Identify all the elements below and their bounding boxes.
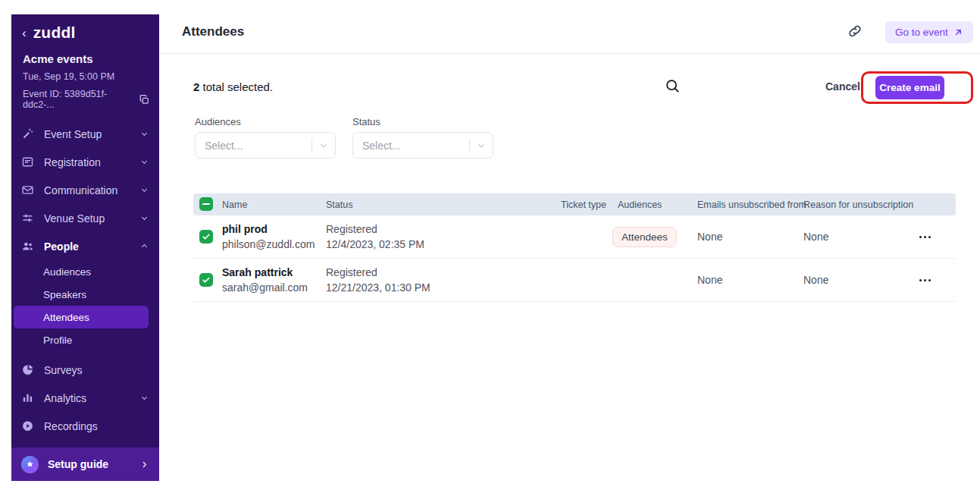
sidebar-item-label: Recordings (44, 420, 149, 432)
sidebar-item-label: Registration (44, 156, 140, 168)
header-divider (160, 53, 980, 54)
back-chevron-icon[interactable]: ‹ (22, 26, 27, 39)
attendee-email: philson@zuddl.com (222, 238, 315, 250)
sidebar-item-recordings[interactable]: Recordings (11, 412, 159, 440)
page-title: Attendees (182, 24, 244, 39)
column-header-reason: Reason for unsubscription (803, 193, 913, 215)
chevron-down-icon (140, 214, 149, 222)
sidebar-item-label: Surveys (44, 364, 149, 376)
event-datetime: Tue, Sep 19, 5:00 PM (23, 71, 150, 82)
event-info: Acme events Tue, Sep 19, 5:00 PM Event I… (23, 52, 150, 110)
indeterminate-icon (202, 203, 210, 205)
select-all-checkbox[interactable] (199, 197, 213, 211)
audiences-filter-placeholder: Select... (196, 140, 312, 152)
pie-chart-icon (21, 363, 34, 376)
sidebar-item-communication[interactable]: Communication (11, 176, 159, 204)
column-header-audiences: Audiences (618, 193, 662, 215)
column-header-status: Status (326, 193, 352, 215)
logo-row: ‹ zuddl (22, 24, 76, 42)
sidebar-nav: Event Setup Registration Communication V… (11, 120, 159, 440)
sidebar-item-surveys[interactable]: Surveys (11, 356, 159, 384)
table-row: phil prod philson@zuddl.com Registered 1… (193, 215, 956, 259)
sidebar-item-attendees[interactable]: Attendees (14, 306, 149, 328)
status-filter-placeholder: Select... (353, 140, 469, 152)
sliders-icon (21, 212, 34, 225)
sidebar-item-registration[interactable]: Registration (11, 148, 159, 176)
chevron-down-icon (140, 130, 149, 138)
table-row: Sarah pattrick sarah@gmail.com Registere… (193, 259, 956, 302)
attendee-status-date: 12/21/2023, 01:30 PM (326, 281, 431, 294)
column-header-ticket-type: Ticket type (561, 193, 606, 215)
external-arrow-icon (953, 27, 963, 37)
sidebar-item-label: Event Setup (44, 128, 140, 140)
star-icon (21, 456, 39, 473)
cancel-button[interactable]: Cancel (825, 80, 860, 93)
chevron-down-icon (470, 141, 493, 150)
check-icon (202, 232, 211, 241)
audience-chip[interactable]: Attendees (612, 227, 677, 247)
link-icon[interactable] (847, 24, 863, 39)
column-header-emails-unsubscribed: Emails unsubscribed from (697, 193, 806, 215)
form-icon (21, 156, 34, 168)
create-email-button[interactable]: Create email (875, 76, 944, 99)
audiences-filter-select[interactable]: Select... (195, 132, 336, 159)
event-id: Event ID: 5389d51f-ddc2-... (23, 89, 132, 110)
sidebar-item-venue-setup[interactable]: Venue Setup (11, 204, 159, 232)
sidebar-item-label: Venue Setup (44, 212, 140, 225)
row-menu-icon[interactable] (918, 234, 932, 240)
event-name: Acme events (23, 52, 150, 65)
people-icon (21, 240, 34, 253)
go-to-event-button[interactable]: Go to event (885, 21, 973, 43)
play-circle-icon (21, 419, 34, 432)
reason-value: None (803, 274, 828, 286)
zuddl-logo: zuddl (33, 24, 76, 42)
sidebar-item-people[interactable]: People (11, 232, 159, 260)
status-filter-label: Status (352, 116, 380, 127)
chevron-right-icon (140, 460, 149, 469)
chevron-down-icon (140, 158, 149, 166)
attendee-email: sarah@gmail.com (222, 281, 308, 294)
attendee-name: phil prod (222, 223, 268, 235)
emails-unsubscribed-value: None (697, 274, 722, 286)
sidebar-item-label: People (44, 240, 140, 253)
attendee-status-date: 12/4/2023, 02:35 PM (326, 238, 424, 250)
check-icon (202, 275, 211, 284)
sidebar-item-audiences[interactable]: Audiences (11, 260, 159, 283)
row-checkbox[interactable] (199, 230, 213, 244)
mail-icon (21, 184, 34, 196)
attendee-status: Registered (326, 266, 377, 278)
sidebar-item-profile[interactable]: Profile (11, 328, 159, 351)
chevron-down-icon (140, 186, 149, 194)
chevron-up-icon (140, 242, 149, 250)
attendees-table: Name Status Ticket type Audiences Emails… (193, 193, 956, 302)
attendee-name: Sarah pattrick (222, 266, 293, 278)
table-header: Name Status Ticket type Audiences Emails… (193, 193, 956, 215)
emails-unsubscribed-value: None (697, 231, 722, 243)
selection-summary: 2 total selected. (193, 80, 273, 93)
column-header-name: Name (222, 193, 247, 215)
setup-guide-label: Setup guide (48, 458, 140, 470)
reason-value: None (803, 231, 828, 243)
sidebar-item-event-setup[interactable]: Event Setup (11, 120, 159, 148)
chevron-down-icon (312, 141, 335, 150)
row-menu-icon[interactable] (918, 278, 932, 283)
audiences-filter-label: Audiences (195, 116, 241, 127)
sidebar-item-label: Communication (44, 184, 140, 196)
status-filter-select[interactable]: Select... (352, 132, 493, 159)
sidebar: ‹ zuddl Acme events Tue, Sep 19, 5:00 PM… (11, 14, 159, 481)
row-checkbox[interactable] (199, 273, 213, 287)
search-icon[interactable] (664, 77, 681, 94)
chevron-down-icon (140, 394, 149, 402)
sidebar-item-speakers[interactable]: Speakers (11, 283, 159, 306)
setup-guide-button[interactable]: Setup guide (11, 448, 159, 481)
bar-chart-icon (21, 391, 34, 404)
selected-label: total selected. (199, 80, 273, 93)
sidebar-item-analytics[interactable]: Analytics (11, 384, 159, 412)
attendee-status: Registered (326, 223, 377, 235)
wand-icon (21, 127, 34, 140)
copy-icon[interactable] (139, 94, 150, 105)
go-to-event-label: Go to event (895, 27, 948, 38)
sidebar-item-label: Analytics (44, 392, 140, 404)
